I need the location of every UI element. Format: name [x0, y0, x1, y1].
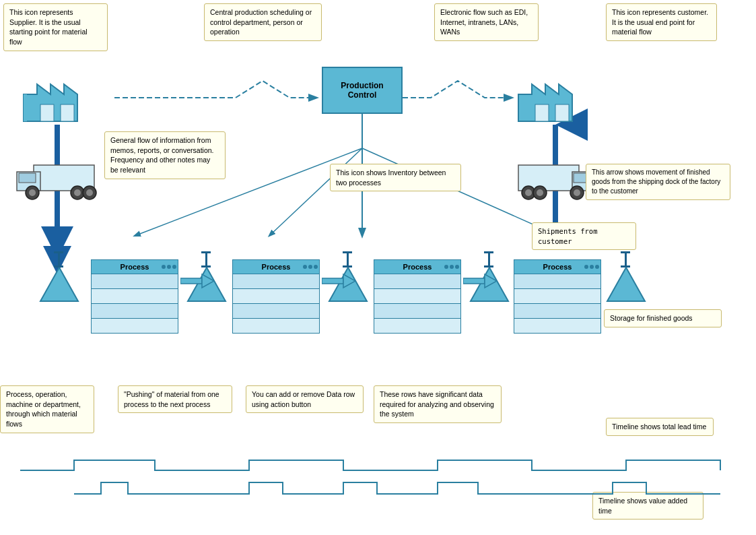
supplier-truck	[13, 162, 101, 203]
process-data-row	[514, 289, 600, 304]
svg-point-23	[86, 189, 93, 196]
svg-rect-10	[61, 104, 74, 121]
info-flow-text: General flow of information from memos, …	[110, 136, 213, 174]
storage-callout: Storage for finished goods	[604, 309, 722, 327]
process-data-row	[233, 289, 319, 304]
process-data-row	[374, 304, 460, 319]
supplier-factory	[17, 67, 98, 129]
svg-rect-11	[24, 94, 27, 121]
svg-rect-9	[40, 104, 54, 121]
ibar-bot	[343, 265, 352, 268]
production-control-label: Production Control	[341, 81, 383, 100]
shipments-callout-text: Shipments from customer	[538, 227, 598, 245]
movement-callout: This arrow shows movement of finished go…	[586, 164, 730, 200]
process-data-rows-1	[91, 274, 178, 334]
process-data-row	[374, 319, 460, 334]
significant-data-text: These rows have significant data require…	[380, 390, 494, 418]
process-label-2: Process	[262, 263, 291, 271]
process-header-2: Process	[232, 259, 320, 274]
svg-rect-42	[463, 278, 485, 284]
process-data-row	[233, 274, 319, 289]
process-data-row	[92, 274, 178, 289]
process-data-row	[374, 274, 460, 289]
supplier-callout: This icon represents Supplier. It is the…	[3, 3, 108, 51]
svg-rect-15	[34, 165, 94, 191]
truck-left-icon	[13, 162, 101, 202]
ibar-mid	[625, 253, 627, 265]
movement-callout-text: This arrow shows movement of finished go…	[592, 168, 720, 195]
process-data-row	[92, 304, 178, 319]
svg-marker-43	[485, 274, 497, 288]
process-header-1: Process	[91, 259, 178, 274]
storage-triangle-left	[39, 266, 79, 305]
svg-rect-17	[19, 173, 36, 183]
svg-marker-33	[40, 268, 78, 301]
inventory-callout-text: This icon shows Inventory between two pr…	[336, 168, 446, 187]
diagram: Production Control This icon represents …	[0, 0, 756, 535]
svg-marker-37	[607, 268, 645, 301]
process-data-rows-4	[514, 274, 601, 334]
process-box-3: Process	[374, 259, 461, 334]
process-header-3: Process	[374, 259, 461, 274]
push-arrow-1-2	[180, 272, 214, 290]
push-arrow-3-4	[463, 272, 497, 290]
data-row-callout: You can add or remove Data row using act…	[246, 385, 364, 413]
timeline-total-callout: Timeline shows total lead time	[606, 418, 714, 436]
process-box-2: Process	[232, 259, 320, 334]
process-data-rows-3	[374, 274, 461, 334]
ibar-mid	[58, 253, 60, 265]
process-desc-callout: Process, operation, machine or departmen…	[0, 385, 94, 433]
info-flow-callout: General flow of information from memos, …	[104, 131, 226, 179]
electronic-flow-callout: Electronic flow such as EDI, Internet, i…	[434, 3, 539, 41]
ibar-bot	[484, 265, 493, 268]
prod-control-callout-text: Central production scheduling or control…	[210, 8, 312, 36]
pushing-callout-text: "Pushing" of material from one process t…	[124, 390, 219, 408]
production-control-box: Production Control	[322, 67, 403, 114]
process-label-1: Process	[121, 263, 149, 271]
customer-callout: This icon represents customer. It is the…	[606, 3, 717, 41]
timeline-svg	[20, 457, 727, 517]
timeline-total-text: Timeline shows total lead time	[612, 422, 706, 431]
customer-icon	[512, 67, 592, 128]
electronic-flow-text: Electronic flow such as EDI, Internet, i…	[440, 8, 528, 36]
customer-factory	[512, 67, 592, 129]
svg-line-2	[269, 148, 362, 236]
svg-rect-13	[535, 104, 549, 121]
supplier-callout-text: This icon represents Supplier. It is the…	[9, 8, 88, 46]
inventory-callout: This icon shows Inventory between two pr…	[330, 164, 461, 191]
process-header-4: Process	[514, 259, 601, 274]
process-data-row	[514, 304, 600, 319]
ibar-mid	[488, 253, 490, 265]
shipments-callout: Shipments from customer	[532, 222, 636, 250]
storage-callout-text: Storage for finished goods	[610, 314, 693, 322]
process-data-row	[514, 319, 600, 334]
ibar-mid	[347, 253, 349, 265]
customer-callout-text: This icon represents customer. It is the…	[612, 8, 708, 36]
process-data-row	[233, 319, 319, 334]
svg-marker-41	[343, 274, 355, 288]
pushing-callout: "Pushing" of material from one process t…	[118, 385, 232, 413]
svg-point-19	[29, 189, 36, 196]
significant-data-callout: These rows have significant data require…	[374, 385, 502, 423]
svg-marker-39	[202, 274, 214, 288]
process-label-4: Process	[543, 263, 572, 271]
svg-rect-40	[322, 278, 343, 284]
ibar-bot	[201, 265, 211, 268]
svg-point-32	[574, 189, 580, 196]
ibar-bot	[621, 265, 630, 268]
process-data-rows-2	[232, 274, 320, 334]
ibar-bot	[54, 265, 63, 268]
process-data-row	[92, 289, 178, 304]
process-desc-text: Process, operation, machine or departmen…	[6, 390, 81, 428]
process-box-1: Process	[91, 259, 178, 334]
ibar-mid	[205, 253, 207, 265]
storage-triangle-right	[606, 266, 646, 305]
push-arrow-2-3	[322, 272, 355, 290]
svg-point-30	[537, 189, 543, 196]
process-label-3: Process	[403, 263, 432, 271]
prod-control-callout: Central production scheduling or control…	[204, 3, 322, 41]
supplier-icon	[17, 67, 98, 128]
svg-point-28	[525, 189, 532, 196]
process-data-row	[514, 274, 600, 289]
svg-rect-38	[180, 278, 202, 284]
